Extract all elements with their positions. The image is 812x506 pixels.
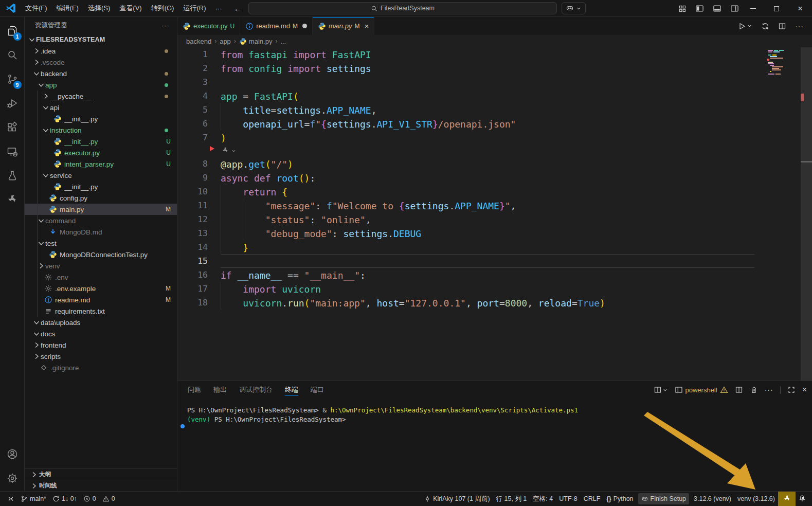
toggle-panel-icon[interactable] xyxy=(713,4,721,13)
activitybar-explorer[interactable]: 1 xyxy=(0,19,25,43)
status-ai-extension[interactable] xyxy=(778,492,796,506)
status-git-blame[interactable]: KiriAky 107 (1 周前) xyxy=(421,492,493,506)
editor-tab-executor.py[interactable]: executor.pyU xyxy=(177,17,240,35)
activitybar-account[interactable] xyxy=(0,442,25,466)
nav-back-icon[interactable]: ← xyxy=(233,4,241,13)
tree-item-api[interactable]: api xyxy=(25,102,177,113)
editor-tab-readme.md[interactable]: readme.mdM xyxy=(240,17,313,35)
tree-item-__pycache__[interactable]: __pycache__ xyxy=(25,91,177,102)
menu-item[interactable]: 运行(R) xyxy=(178,2,210,14)
tree-item-frontend[interactable]: frontend xyxy=(25,339,177,351)
status-notifications[interactable] xyxy=(796,492,809,506)
tree-item-data\uploads[interactable]: data\uploads xyxy=(25,317,177,328)
tree-item-__init__.py[interactable]: __init__.pyU xyxy=(25,136,177,147)
panel-more-actions[interactable]: ··· xyxy=(765,386,773,394)
customize-layout-icon[interactable] xyxy=(678,5,687,13)
close-tab-icon[interactable]: × xyxy=(364,22,369,30)
tree-item-MongoDBConnectionTest.py[interactable]: MongoDBConnectionTest.py xyxy=(25,249,177,260)
breadcrumb-item[interactable]: main.py xyxy=(239,38,273,45)
breadcrumb-item[interactable]: backend xyxy=(186,38,211,45)
tree-item-venv[interactable]: venv xyxy=(25,260,177,272)
tree-item-instruction[interactable]: instruction xyxy=(25,124,177,136)
tree-item-test[interactable]: test xyxy=(25,238,177,249)
status-indentation[interactable]: 空格: 4 xyxy=(530,492,556,506)
window-maximize-button[interactable] xyxy=(765,0,788,17)
menu-item[interactable]: 文件(F) xyxy=(21,2,52,14)
editor-tab-main.py[interactable]: main.pyM× xyxy=(313,17,374,35)
activitybar-settings[interactable] xyxy=(0,466,25,490)
status-git-branch[interactable]: main* xyxy=(17,492,49,506)
outline-section[interactable]: 大纲 xyxy=(25,468,177,480)
tree-item-readme.md[interactable]: readme.mdM xyxy=(25,294,177,305)
tree-item-__init__.py[interactable]: __init__.py xyxy=(25,181,177,192)
minimap[interactable] xyxy=(767,49,799,76)
toggle-secondary-sidebar-icon[interactable] xyxy=(730,4,739,13)
timeline-section[interactable]: 时间线 xyxy=(25,480,177,491)
tree-item-.gitignore[interactable]: .gitignore xyxy=(25,362,177,373)
panel-tab-端口[interactable]: 端口 xyxy=(311,381,324,399)
breadcrumb[interactable]: backend›app›main.py›... xyxy=(177,35,812,47)
menu-item[interactable]: 选择(S) xyxy=(83,2,115,14)
activitybar-remote-explorer[interactable] xyxy=(0,139,25,164)
panel-tab-调试控制台[interactable]: 调试控制台 xyxy=(239,381,273,399)
activitybar-source-control[interactable]: 9 xyxy=(0,67,25,91)
tree-item-config.py[interactable]: config.py xyxy=(25,192,177,204)
status-encoding[interactable]: UTF-8 xyxy=(556,492,580,506)
activitybar-search[interactable] xyxy=(0,43,25,67)
command-center-search[interactable]: FilesReadSysteam xyxy=(248,2,557,14)
panel-tab-终端[interactable]: 终端 xyxy=(285,381,298,399)
activitybar-ai-extension[interactable] xyxy=(0,188,25,212)
tree-item-.env[interactable]: .env xyxy=(25,272,177,283)
menu-item[interactable]: 转到(G) xyxy=(147,2,179,14)
tree-item-executor.py[interactable]: executor.pyU xyxy=(25,147,177,158)
status-language-mode[interactable]: {}Python xyxy=(603,492,636,506)
status-remote-indicator[interactable] xyxy=(4,492,17,506)
tree-item-main.py[interactable]: main.pyM xyxy=(25,204,177,215)
toggle-sidebar-icon[interactable] xyxy=(695,4,704,13)
maximize-panel-icon[interactable] xyxy=(787,386,796,394)
breadcrumb-item[interactable]: ... xyxy=(280,38,286,45)
activitybar-run-debug[interactable] xyxy=(0,91,25,115)
status-copilot-setup[interactable]: Finish Setup xyxy=(638,493,689,504)
menu-item[interactable]: 查看(V) xyxy=(115,2,146,14)
status-python-interpreter[interactable]: 3.12.6 (venv) xyxy=(691,492,734,506)
tree-item-__init__.py[interactable]: __init__.py xyxy=(25,113,177,124)
status-problems-errors[interactable]: 0 xyxy=(80,492,99,506)
tree-item-service[interactable]: service xyxy=(25,170,177,181)
tree-item-scripts[interactable]: scripts xyxy=(25,351,177,362)
tree-item-.idea[interactable]: .idea xyxy=(25,45,177,57)
code-editor[interactable]: 1from fastapi import FastAPI2from config… xyxy=(177,47,812,381)
close-panel-icon[interactable]: × xyxy=(802,385,807,394)
inline-ai-widget[interactable] xyxy=(177,144,812,157)
menu-more[interactable]: ··· xyxy=(210,3,226,14)
tree-item-.env.example[interactable]: .env.exampleM xyxy=(25,283,177,294)
status-eol[interactable]: CRLF xyxy=(581,492,604,506)
tree-item-command[interactable]: command xyxy=(25,215,177,226)
trash-icon[interactable] xyxy=(750,386,758,394)
split-terminal-icon[interactable] xyxy=(735,386,743,394)
explorer-more-actions[interactable]: ··· xyxy=(162,22,170,29)
panel-tab-问题[interactable]: 问题 xyxy=(188,381,201,399)
window-minimize-button[interactable] xyxy=(741,0,765,17)
tree-item-FILESREADSYSTEAM[interactable]: FILESREADSYSTEAM xyxy=(25,34,177,45)
copilot-menu-button[interactable] xyxy=(562,2,586,14)
menu-item[interactable]: 编辑(E) xyxy=(52,2,83,14)
terminal-output[interactable]: PS H:\OwnProject\FilesReadSysteam> & h:\… xyxy=(177,399,812,491)
tree-item-app[interactable]: app xyxy=(25,79,177,91)
tree-item-docs[interactable]: docs xyxy=(25,328,177,339)
tree-item-backend[interactable]: backend xyxy=(25,68,177,79)
breadcrumb-item[interactable]: app xyxy=(220,38,231,45)
tree-item-requirements.txt[interactable]: requirements.txt xyxy=(25,305,177,317)
panel-tab-输出[interactable]: 输出 xyxy=(213,381,227,399)
terminal-instance-powershell[interactable]: powershell xyxy=(675,386,728,394)
split-editor-icon[interactable] xyxy=(778,22,786,30)
run-python-button[interactable] xyxy=(738,22,752,30)
open-changes-icon[interactable] xyxy=(761,22,769,30)
tree-item-MongoDB.md[interactable]: MongoDB.md xyxy=(25,226,177,238)
tree-item-intent_parser.py[interactable]: intent_parser.pyU xyxy=(25,158,177,170)
status-git-sync[interactable]: 1↓ 0↑ xyxy=(49,492,80,506)
status-cursor-position[interactable]: 行 15, 列 1 xyxy=(493,492,530,506)
status-problems-warnings[interactable]: 0 xyxy=(99,492,118,506)
activitybar-extensions[interactable] xyxy=(0,115,25,139)
status-venv-indicator[interactable]: venv (3.12.6) xyxy=(734,492,778,506)
